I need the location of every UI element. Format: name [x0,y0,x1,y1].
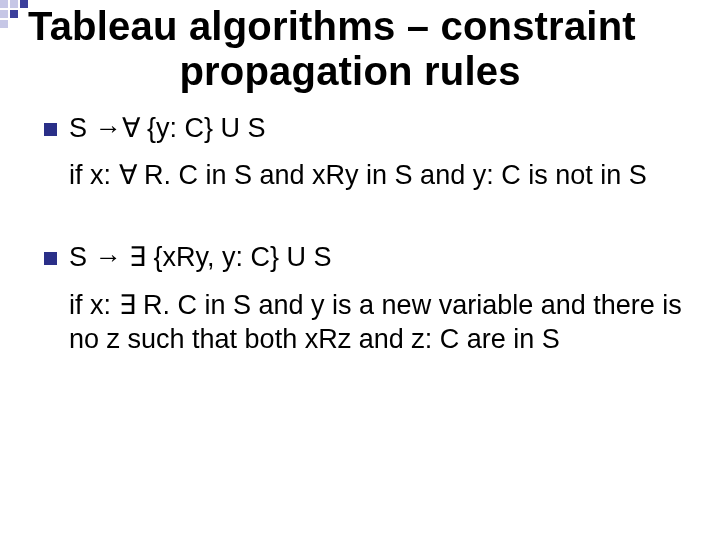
exists-rule-head: S → ∃ {xRy, y: C} U S [69,241,692,275]
bullet-forall: S →∀ {y: C} U S [44,112,692,146]
slide: Tableau algorithms – constraint propagat… [0,0,720,540]
title-line1: Tableau algorithms – constraint [28,4,692,49]
title-line2: propagation rules [8,49,692,94]
forall-rule-condition: if x: ∀ R. C in S and xRy in S and y: C … [69,159,692,193]
forall-rule-head: S →∀ {y: C} U S [69,112,692,146]
slide-body: S →∀ {y: C} U S if x: ∀ R. C in S and xR… [28,112,692,357]
bullet-icon [44,252,57,265]
spacer [44,215,692,241]
bullet-exists: S → ∃ {xRy, y: C} U S [44,241,692,275]
bullet-icon [44,123,57,136]
slide-title: Tableau algorithms – constraint propagat… [28,4,692,94]
exists-rule-condition: if x: ∃ R. C in S and y is a new variabl… [69,289,692,357]
